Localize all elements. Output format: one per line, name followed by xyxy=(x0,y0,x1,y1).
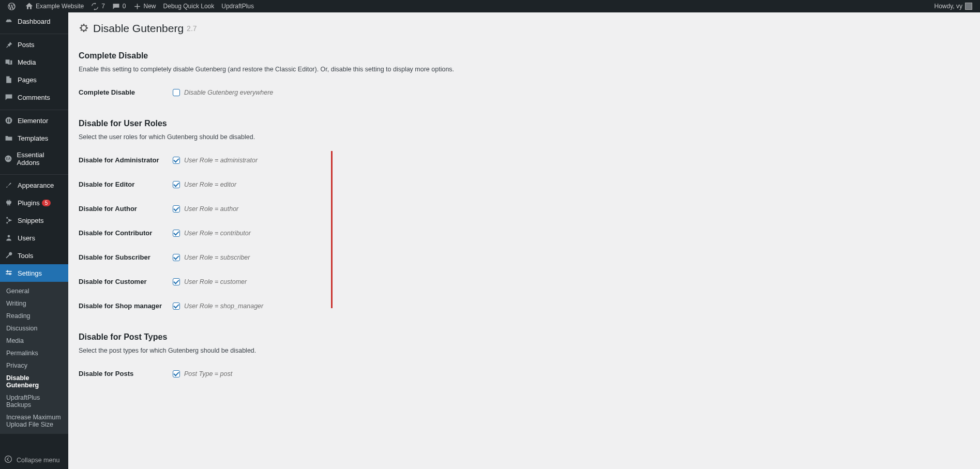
row-label-contributor: Disable for Contributor xyxy=(79,221,173,245)
comment-icon xyxy=(112,3,120,10)
page-title: Disable Gutenberg xyxy=(93,22,184,35)
row-label-posts: Disable for Posts xyxy=(79,361,173,386)
sidebar-item-snippets[interactable]: Snippets xyxy=(0,211,68,229)
sidebar-item-posts[interactable]: Posts xyxy=(0,36,68,53)
sliders-icon xyxy=(4,268,13,278)
site-name-link[interactable]: Example Website xyxy=(22,0,87,12)
new-content-link[interactable]: New xyxy=(130,0,160,12)
adminbar-item-debug[interactable]: Debug Quick Look xyxy=(160,0,218,12)
section-user-roles-heading: Disable for User Roles xyxy=(79,119,970,128)
sidebar-item-tools[interactable]: Tools xyxy=(0,247,68,264)
checkbox-shop-manager[interactable] xyxy=(173,302,180,310)
svg-rect-3 xyxy=(9,120,10,121)
comment-icon xyxy=(4,93,13,102)
page-icon xyxy=(4,75,13,84)
section-complete-disable-desc: Enable this setting to completely disabl… xyxy=(79,66,970,73)
hint-posts: Post Type = post xyxy=(184,370,232,377)
wp-logo[interactable] xyxy=(4,0,22,12)
hint-admin: User Role = administrator xyxy=(184,157,258,164)
plugin-icon xyxy=(4,198,13,207)
submenu-discussion[interactable]: Discussion xyxy=(0,322,68,335)
hint-shop-manager: User Role = shop_manager xyxy=(184,302,263,310)
hint-editor: User Role = editor xyxy=(184,181,236,188)
sidebar-item-ea[interactable]: EAEssential Addons xyxy=(0,147,68,171)
submenu-permalinks[interactable]: Permalinks xyxy=(0,347,68,359)
site-name-text: Example Website xyxy=(36,3,84,10)
sidebar-item-media[interactable]: Media xyxy=(0,53,68,71)
checkbox-posts[interactable] xyxy=(173,370,180,377)
submenu-disable-gutenberg[interactable]: Disable Gutenberg xyxy=(0,372,68,391)
hint-contributor: User Role = contributor xyxy=(184,230,251,237)
media-icon xyxy=(4,57,13,67)
ea-icon: EA xyxy=(4,154,13,163)
hint-complete-disable: Disable Gutenberg everywhere xyxy=(184,89,273,96)
hint-author: User Role = author xyxy=(184,205,238,213)
dashboard-icon xyxy=(4,17,13,26)
wrench-icon xyxy=(4,251,13,260)
plugin-version: 2.7 xyxy=(187,24,197,33)
sidebar-item-elementor[interactable]: Elementor xyxy=(0,112,68,129)
comments-count: 0 xyxy=(123,3,126,10)
row-label-customer: Disable for Customer xyxy=(79,269,173,294)
scissors-icon xyxy=(4,216,13,225)
section-user-roles-desc: Select the user roles for which Gutenber… xyxy=(79,133,970,141)
user-menu[interactable]: Howdy, vy xyxy=(931,0,976,12)
row-label-subscriber: Disable for Subscriber xyxy=(79,245,173,269)
checkbox-complete-disable[interactable] xyxy=(173,89,180,96)
checkbox-author[interactable] xyxy=(173,205,180,213)
checkbox-contributor[interactable] xyxy=(173,230,180,237)
row-label-editor: Disable for Editor xyxy=(79,172,173,196)
submenu-general[interactable]: General xyxy=(0,285,68,297)
section-post-types-heading: Disable for Post Types xyxy=(79,332,970,342)
sidebar-item-templates[interactable]: Templates xyxy=(0,129,68,147)
settings-submenu: General Writing Reading Discussion Media… xyxy=(0,282,68,406)
updates-count: 7 xyxy=(101,3,105,10)
submenu-privacy[interactable]: Privacy xyxy=(0,359,68,372)
checkbox-customer[interactable] xyxy=(173,278,180,285)
wordpress-icon xyxy=(8,3,16,10)
sidebar-item-comments[interactable]: Comments xyxy=(0,88,68,106)
admin-bar: Example Website 7 0 New Debug Quick Look… xyxy=(0,0,980,12)
howdy-text: Howdy, vy xyxy=(934,3,962,10)
new-label: New xyxy=(144,3,156,10)
pointer-icon xyxy=(68,269,72,277)
row-label-complete-disable: Complete Disable xyxy=(79,80,173,104)
svg-text:EA: EA xyxy=(6,157,11,160)
submenu-media[interactable]: Media xyxy=(0,335,68,347)
svg-rect-4 xyxy=(9,122,10,123)
pin-icon xyxy=(4,40,13,49)
avatar xyxy=(965,3,972,10)
elementor-icon xyxy=(4,116,13,125)
row-label-author: Disable for Author xyxy=(79,196,173,221)
sidebar-item-settings[interactable]: Settings xyxy=(0,264,68,282)
plugins-badge: 5 xyxy=(42,200,51,206)
adminbar-item-updraft[interactable]: UpdraftPlus xyxy=(218,0,258,12)
hint-subscriber: User Role = subscriber xyxy=(184,254,250,261)
sidebar-item-dashboard[interactable]: Dashboard xyxy=(0,12,68,30)
user-icon xyxy=(4,233,13,243)
home-icon xyxy=(25,3,33,10)
sidebar-item-users[interactable]: Users xyxy=(0,229,68,247)
checkbox-editor[interactable] xyxy=(173,181,180,188)
folder-icon xyxy=(4,133,13,143)
submenu-writing[interactable]: Writing xyxy=(0,297,68,310)
row-label-admin: Disable for Administrator xyxy=(79,148,173,172)
sidebar-item-plugins[interactable]: Plugins5 xyxy=(0,194,68,211)
update-icon xyxy=(91,3,99,10)
section-post-types-desc: Select the post types for which Gutenber… xyxy=(79,347,970,354)
svg-point-7 xyxy=(8,235,10,237)
page-title-wrap: Disable Gutenberg 2.7 xyxy=(79,18,970,37)
sidebar-item-pages[interactable]: Pages xyxy=(0,71,68,88)
admin-sidebar: Dashboard Posts Media Pages Comments Ele… xyxy=(0,12,68,406)
checkbox-subscriber[interactable] xyxy=(173,254,180,261)
row-label-shop-manager: Disable for Shop manager xyxy=(79,294,173,318)
sidebar-item-appearance[interactable]: Appearance xyxy=(0,176,68,194)
submenu-updraft[interactable]: UpdraftPlus Backups xyxy=(0,391,68,406)
comments-link[interactable]: 0 xyxy=(109,0,130,12)
svg-rect-2 xyxy=(9,119,10,120)
checkbox-admin[interactable] xyxy=(173,157,180,164)
section-complete-disable-heading: Complete Disable xyxy=(79,51,970,60)
plus-icon xyxy=(133,3,141,10)
updates-link[interactable]: 7 xyxy=(87,0,109,12)
submenu-reading[interactable]: Reading xyxy=(0,310,68,322)
